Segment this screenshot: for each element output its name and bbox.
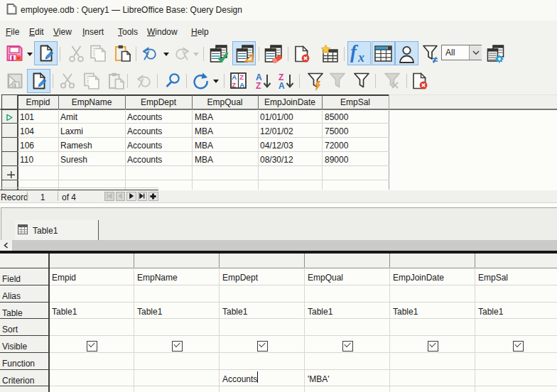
svg-text:A: A bbox=[278, 81, 285, 89]
svg-text:A: A bbox=[239, 81, 244, 89]
svg-text:Z: Z bbox=[232, 81, 236, 89]
svg-text:A: A bbox=[232, 73, 237, 81]
svg-text:Z: Z bbox=[239, 73, 244, 81]
svg-text:x: x bbox=[357, 50, 364, 63]
svg-text:Z: Z bbox=[256, 81, 261, 89]
